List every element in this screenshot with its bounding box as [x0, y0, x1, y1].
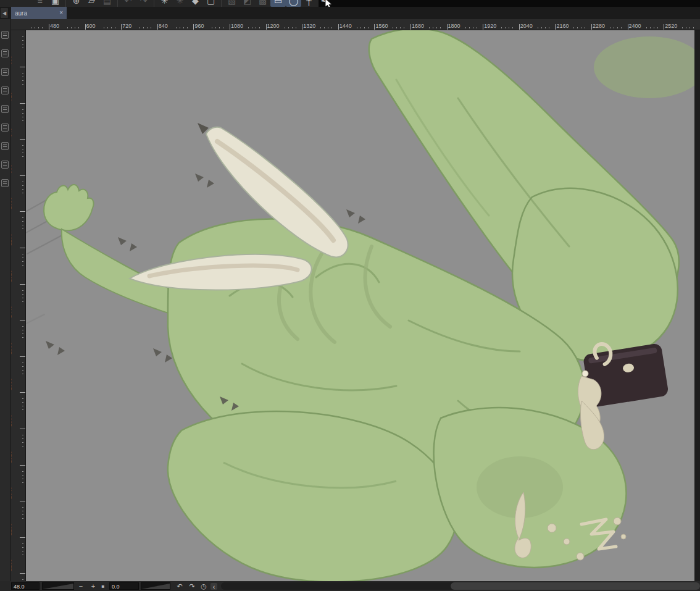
ruler-dot: [143, 27, 144, 28]
docker-strip: [0, 19, 10, 581]
docker-tab-icon[interactable]: [1, 161, 9, 169]
ruler-label: 960: [11, 164, 12, 174]
ruler-dot: [22, 363, 23, 363]
ruler-dot: [429, 27, 430, 28]
ruler-label: 1800: [448, 23, 460, 29]
transform-tool-icon[interactable]: ▢: [203, 0, 219, 7]
ruler-label: 1080: [11, 197, 12, 209]
ruler-dot: [577, 27, 578, 28]
horizontal-scrollbar-thumb[interactable]: [451, 582, 700, 590]
ruler-dot: [67, 27, 68, 28]
ruler-dot: [364, 27, 365, 28]
zoom-input[interactable]: 48.0: [11, 582, 40, 590]
brush-settings-icon[interactable]: ✳: [172, 0, 188, 7]
undo-icon[interactable]: ↶: [120, 0, 136, 7]
tab-aura[interactable]: aura ×: [11, 7, 67, 19]
brush-presets-icon[interactable]: ✳: [157, 0, 172, 7]
docker-tab-icon[interactable]: [1, 179, 9, 187]
ruler-dot: [176, 27, 177, 28]
zoom-out-button[interactable]: −: [77, 581, 85, 591]
horizontal-scrollbar[interactable]: [221, 582, 700, 590]
ruler-dot: [22, 475, 23, 476]
toolbar-separator: [115, 0, 120, 7]
ruler-dot: [22, 44, 23, 44]
ruler-dot: [328, 27, 328, 28]
main-menu-icon[interactable]: ≡: [32, 0, 48, 7]
docker-tab-icon[interactable]: [1, 49, 9, 57]
collapse-statusbar-button[interactable]: ‹: [210, 583, 217, 590]
image-properties-icon[interactable]: ▣: [48, 0, 63, 7]
ruler-dot: [433, 27, 433, 28]
ruler-tick: [555, 24, 556, 30]
ruler-label: 1920: [484, 23, 496, 29]
docker-tab-icon[interactable]: [1, 68, 9, 76]
rotation-slider[interactable]: [141, 582, 170, 590]
vertical-ruler[interactable]: 6007208409601080120013201440156016801800…: [11, 30, 26, 581]
redo-icon[interactable]: ↷: [136, 0, 151, 7]
ruler-dot: [501, 27, 502, 28]
tab-close-icon[interactable]: ×: [59, 10, 63, 16]
vertical-scrollbar[interactable]: [694, 30, 700, 581]
ruler-dot: [22, 254, 23, 254]
save-document-icon[interactable]: ▤: [99, 0, 115, 7]
canvas-viewport[interactable]: [26, 30, 694, 581]
ruler-dot: [505, 27, 506, 28]
ruler-dot: [22, 442, 23, 443]
ruler-dot: [22, 402, 23, 403]
rectangle-tool-icon[interactable]: ▭: [270, 0, 286, 7]
rotate-ccw-button[interactable]: ↶: [175, 581, 185, 591]
ruler-label: 2280: [593, 23, 605, 29]
tab-scroll-left-icon[interactable]: ◀: [0, 7, 9, 19]
rotate-cw-button[interactable]: ↷: [187, 581, 197, 591]
ruler-label: 2040: [11, 487, 12, 499]
horizontal-ruler[interactable]: 4806007208409601080120013201440156016801…: [26, 19, 700, 30]
ruler-dot: [22, 374, 23, 374]
ellipse-tool-icon[interactable]: ◯: [286, 0, 301, 7]
ruler-dot: [22, 298, 23, 298]
zoom-slider[interactable]: [42, 582, 74, 590]
ruler-label: 720: [122, 23, 131, 29]
rotation-reset-button[interactable]: ◷: [199, 581, 209, 591]
ruler-dot: [115, 27, 115, 28]
zoom-in-button[interactable]: +: [89, 581, 98, 591]
ruler-dot: [22, 409, 23, 410]
ruler-dot: [621, 27, 622, 28]
ruler-dot: [22, 511, 23, 511]
ruler-label: 600: [86, 23, 96, 29]
select-contiguous-icon[interactable]: ▩: [255, 0, 270, 7]
open-document-icon[interactable]: ▱: [84, 0, 99, 7]
ruler-label: 1320: [303, 23, 315, 29]
ruler-dot: [646, 27, 647, 28]
docker-tab-icon[interactable]: [1, 86, 9, 94]
status-bar: 48.0 − + ■ 0.0 ↶ ↷ ◷ ‹: [0, 581, 700, 591]
docker-tab-icon[interactable]: [1, 31, 9, 39]
select-move-icon[interactable]: ◩: [240, 0, 255, 7]
zoom-100-button[interactable]: ■: [99, 581, 107, 591]
ruler-dot: [473, 27, 473, 28]
ruler-dot: [393, 27, 393, 28]
ruler-dot: [22, 482, 23, 483]
ruler-dot: [22, 555, 23, 555]
ruler-dot: [22, 225, 23, 225]
ruler-dot: [22, 182, 23, 182]
ruler-dot: [22, 193, 23, 193]
ruler-dot: [682, 27, 683, 28]
ruler-dot: [252, 27, 252, 28]
ruler-dot: [22, 547, 23, 548]
rotation-input[interactable]: 0.0: [109, 582, 139, 590]
gradient-tool-icon[interactable]: ◆: [188, 0, 203, 7]
ruler-dot: [22, 258, 23, 258]
ruler-dot: [690, 27, 690, 28]
ruler-tick: [20, 537, 25, 538]
ruler-dot: [22, 479, 23, 479]
new-document-icon[interactable]: ⊕: [69, 0, 84, 7]
docker-tab-icon[interactable]: [1, 142, 9, 150]
docker-tab-icon[interactable]: [1, 124, 9, 132]
ruler-tick: [20, 284, 25, 285]
assistants-tool-icon[interactable]: ╀: [301, 0, 317, 7]
ruler-tick: [20, 175, 25, 176]
docker-tab-icon[interactable]: [1, 105, 9, 113]
select-rectangular-icon[interactable]: ▧: [224, 0, 240, 7]
ruler-label: 600: [11, 56, 12, 65]
ruler-label: 1440: [340, 23, 352, 29]
